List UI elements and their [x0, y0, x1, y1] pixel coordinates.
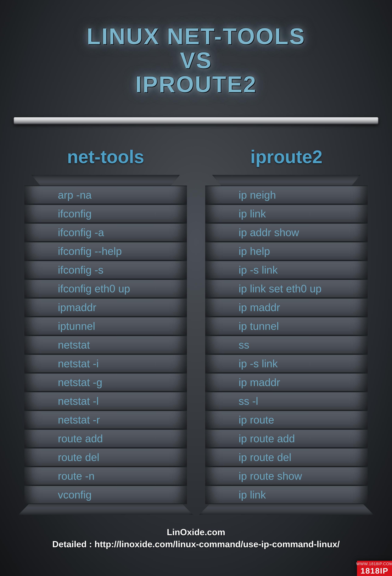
command-text: netstat [58, 339, 90, 351]
iproute2-heading: iproute2 [199, 146, 374, 167]
command-text: route -n [58, 470, 95, 482]
list-item: ifconfig eth0 up [24, 279, 187, 298]
command-text: route del [58, 451, 99, 463]
rack-cap [31, 175, 180, 186]
footer: LinOxide.com Detailed : http://linoxide.… [0, 526, 392, 550]
list-item: ipmaddr [24, 298, 187, 317]
command-text: ip maddr [239, 301, 280, 314]
list-item: ifconfig -s [24, 260, 187, 279]
title-line-1: LINUX NET-TOOLS [87, 24, 305, 49]
list-item: ifconfig --help [24, 242, 187, 260]
command-text: ip -s link [239, 264, 278, 276]
iproute2-rack: ip neigh ip link ip addr show ip help ip… [199, 175, 374, 515]
net-tools-heading: net-tools [18, 146, 193, 167]
page-title: LINUX NET-TOOLS VS IPROUTE2 [0, 24, 392, 96]
command-text: ip -s link [239, 358, 278, 370]
list-item: ip link [205, 204, 368, 223]
list-item: ip route show [205, 467, 368, 485]
title-line-3: IPROUTE2 [135, 71, 257, 97]
list-item: netstat -i [24, 354, 187, 373]
list-item: ss -l [205, 392, 368, 410]
iproute2-panel: iproute2 ip neigh ip link ip addr show i… [199, 146, 374, 518]
list-item: ip maddr [205, 373, 368, 392]
list-item: ip route del [205, 448, 368, 467]
list-item: netstat -g [24, 373, 187, 392]
list-item: ip -s link [205, 260, 368, 279]
command-text: netstat -g [58, 376, 102, 388]
list-item: ifconfig -a [24, 223, 187, 242]
command-text: ifconfig eth0 up [58, 283, 130, 295]
rack-plinth [18, 504, 193, 515]
list-item: ip help [205, 242, 368, 260]
list-item: ip neigh [205, 186, 368, 204]
command-text: ip neigh [239, 189, 276, 201]
command-text: ip route add [239, 432, 295, 445]
command-text: ss [239, 339, 249, 351]
badge-large: 1818IP [361, 566, 389, 576]
command-text: vconfig [58, 489, 92, 501]
command-text: ifconfig [58, 208, 92, 220]
net-tools-panel: net-tools arp -na ifconfig ifconfig -a i… [18, 146, 193, 518]
command-text: ip maddr [239, 376, 280, 388]
list-item: netstat -r [24, 410, 187, 429]
command-text: arp -na [58, 189, 92, 201]
rack-cap [212, 175, 361, 186]
command-text: ip route del [239, 451, 291, 463]
list-item: ip link set eth0 up [205, 279, 368, 298]
list-item: netstat -l [24, 392, 187, 410]
list-item: ss [205, 335, 368, 354]
list-item: netstat [24, 335, 187, 354]
list-item: route add [24, 429, 187, 448]
command-text: ifconfig -a [58, 226, 104, 239]
list-item: ip -s link [205, 354, 368, 373]
footer-site: LinOxide.com [167, 527, 225, 537]
list-item: ip tunnel [205, 317, 368, 335]
list-item: route -n [24, 467, 187, 485]
list-item: arp -na [24, 186, 187, 204]
command-text: ip link [239, 208, 266, 220]
command-text: ip route show [239, 470, 302, 482]
command-text: ip route [239, 414, 274, 426]
list-item: ip link [205, 485, 368, 504]
badge-small: WWW.1818IP.COM [356, 562, 392, 566]
command-text: ip addr show [239, 226, 299, 239]
list-item: ip route [205, 410, 368, 429]
command-text: ip link set eth0 up [239, 283, 322, 295]
list-item: ifconfig [24, 204, 187, 223]
list-item: ip maddr [205, 298, 368, 317]
watermark-badge: WWW.1818IP.COM 1818IP [357, 561, 392, 576]
command-text: ifconfig --help [58, 245, 122, 257]
divider-bar [14, 117, 378, 124]
command-text: route add [58, 432, 103, 445]
command-text: ip help [239, 245, 270, 257]
command-text: netstat -r [58, 414, 100, 426]
command-text: ss -l [239, 395, 258, 407]
list-item: iptunnel [24, 317, 187, 335]
list-item: route del [24, 448, 187, 467]
rack-plinth [199, 504, 374, 515]
comparison-area: net-tools arp -na ifconfig ifconfig -a i… [18, 146, 374, 518]
command-text: netstat -i [58, 358, 99, 370]
list-item: ip addr show [205, 223, 368, 242]
list-item: ip route add [205, 429, 368, 448]
command-text: ip link [239, 489, 266, 501]
command-text: iptunnel [58, 320, 95, 332]
command-text: ip tunnel [239, 320, 279, 332]
title-line-2: VS [180, 48, 212, 73]
net-tools-rack: arp -na ifconfig ifconfig -a ifconfig --… [18, 175, 193, 515]
list-item: vconfig [24, 485, 187, 504]
footer-detail: Detailed : http://linoxide.com/linux-com… [52, 539, 340, 549]
command-text: netstat -l [58, 395, 99, 407]
command-text: ifconfig -s [58, 264, 104, 276]
command-text: ipmaddr [58, 301, 96, 314]
